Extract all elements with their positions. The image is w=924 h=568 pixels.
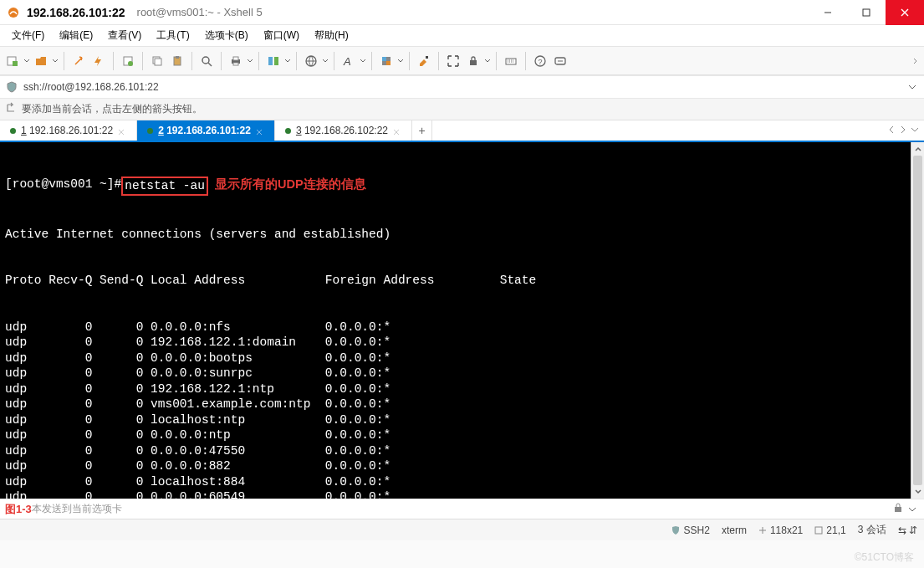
terminal-line: udp 0 0 localhost:884 0.0.0.0:* — [5, 474, 906, 490]
quick-connect-icon[interactable] — [89, 52, 108, 70]
tab-prev-icon[interactable] — [887, 125, 896, 136]
ssh-shield-icon — [5, 80, 18, 94]
menu-view[interactable]: 查看(V) — [101, 26, 148, 45]
dropdown-arrow-icon[interactable] — [284, 59, 291, 64]
session-tab[interactable]: 3 192.168.26.102:22 — [275, 120, 412, 141]
pos-icon — [814, 526, 823, 535]
color-scheme-icon[interactable] — [377, 52, 396, 70]
scroll-track[interactable] — [911, 156, 924, 485]
svg-rect-12 — [233, 57, 238, 60]
tab-menu-icon[interactable] — [911, 125, 919, 136]
svg-rect-14 — [268, 57, 273, 65]
terminal-line: udp 0 0 localhost:ntp 0.0.0.0:* — [5, 412, 906, 428]
help-icon[interactable]: ? — [531, 52, 549, 70]
size-icon — [758, 526, 767, 535]
tab-nav — [882, 120, 924, 141]
tab-next-icon[interactable] — [899, 125, 907, 136]
menu-bar: 文件(F) 编辑(E) 查看(V) 工具(T) 选项卡(B) 窗口(W) 帮助(… — [0, 25, 924, 47]
transfer-icon[interactable] — [264, 52, 283, 70]
menu-help[interactable]: 帮助(H) — [308, 26, 355, 45]
menu-file[interactable]: 文件(F) — [5, 26, 51, 45]
menu-tabs[interactable]: 选项卡(B) — [198, 26, 255, 45]
svg-rect-20 — [386, 61, 391, 65]
svg-rect-1 — [863, 9, 870, 16]
watermark: ©51CTO博客 — [855, 550, 914, 565]
terminal-line: udp 0 0 0.0.0.0:60549 0.0.0.0:* — [5, 489, 906, 499]
address-dropdown-icon[interactable] — [906, 84, 919, 90]
properties-icon[interactable] — [119, 52, 137, 70]
tab-add-button[interactable]: + — [412, 120, 432, 141]
dropdown-arrow-icon[interactable] — [247, 59, 253, 64]
open-session-icon[interactable] — [32, 52, 50, 70]
menu-window[interactable]: 窗口(W) — [257, 26, 306, 45]
fullscreen-icon[interactable] — [444, 52, 462, 70]
dropdown-arrow-icon[interactable] — [484, 59, 491, 64]
send-lock-icon[interactable] — [892, 502, 904, 516]
maximize-button[interactable] — [847, 0, 886, 25]
minimize-button[interactable] — [809, 0, 847, 25]
toolbar-separator — [438, 52, 439, 70]
toolbar-separator — [258, 52, 259, 70]
terminal-line: udp 0 0 vms001.example.com:ntp 0.0.0.0:* — [5, 397, 906, 412]
new-session-icon[interactable] — [3, 52, 22, 70]
svg-rect-19 — [382, 57, 386, 61]
hint-bar: 要添加当前会话，点击左侧的箭头按钮。 — [0, 99, 924, 120]
toolbar: A ? — [0, 47, 924, 75]
title-bar: 192.168.26.101:22 root@vms001:~ - Xshell… — [0, 0, 924, 25]
font-icon[interactable]: A — [339, 52, 358, 70]
highlight-icon[interactable] — [415, 52, 433, 70]
send-placeholder[interactable]: 本发送到当前选项卡 — [32, 502, 122, 516]
toolbar-separator — [221, 52, 222, 70]
dropdown-arrow-icon[interactable] — [397, 59, 404, 64]
send-dropdown-icon[interactable] — [909, 504, 919, 515]
toolbar-separator — [334, 52, 334, 70]
paste-icon[interactable] — [168, 52, 186, 70]
svg-rect-22 — [470, 60, 477, 65]
status-ssh: SSH2 — [671, 525, 710, 536]
scroll-up-icon[interactable] — [911, 142, 924, 156]
address-input[interactable] — [23, 81, 901, 93]
svg-rect-27 — [895, 507, 901, 512]
scroll-thumb[interactable] — [913, 156, 922, 485]
scroll-down-icon[interactable] — [911, 485, 924, 499]
menu-edit[interactable]: 编辑(E) — [53, 26, 100, 45]
session-tab[interactable]: 1 192.168.26.101:22 — [0, 120, 137, 141]
toolbar-overflow-icon[interactable] — [912, 56, 921, 66]
find-icon[interactable] — [197, 52, 216, 70]
compose-bar-icon[interactable] — [551, 52, 569, 70]
address-bar — [0, 75, 924, 99]
dropdown-arrow-icon[interactable] — [322, 59, 329, 64]
menu-tools[interactable]: 工具(T) — [150, 26, 196, 45]
keyboard-icon[interactable] — [502, 52, 520, 70]
terminal-line: udp 0 0 0.0.0.0:nfs 0.0.0.0:* — [5, 320, 906, 335]
svg-point-0 — [8, 8, 18, 18]
copy-icon[interactable] — [148, 52, 166, 70]
terminal[interactable]: [root@vms001 ~]# netstat -au显示所有的UDP连接的信… — [0, 142, 911, 499]
lock-icon[interactable] — [464, 52, 482, 70]
session-tab[interactable]: 2 192.168.26.101:22 — [137, 120, 275, 141]
dropdown-arrow-icon[interactable] — [52, 59, 59, 64]
print-icon[interactable] — [227, 52, 245, 70]
tab-label: 3 192.168.26.102:22 — [296, 125, 388, 136]
terminal-line: udp 0 0 0.0.0.0:bootps 0.0.0.0:* — [5, 351, 906, 366]
tab-close-icon[interactable] — [256, 126, 264, 135]
send-bar: 图1-3 本发送到当前选项卡 — [0, 499, 924, 519]
status-extra: ⇆ ⇵ — [898, 525, 917, 536]
status-sessions: 3 会话 — [858, 523, 886, 537]
status-dot-icon — [285, 128, 291, 134]
svg-point-5 — [128, 61, 133, 66]
svg-text:?: ? — [539, 58, 543, 66]
dropdown-arrow-icon[interactable] — [360, 59, 366, 64]
tab-close-icon[interactable] — [393, 126, 401, 135]
toolbar-separator — [409, 52, 410, 70]
terminal-prompt: [root@vms001 ~]# — [5, 177, 121, 196]
title-rest: root@vms001:~ - Xshell 5 — [137, 6, 263, 18]
tab-close-icon[interactable] — [118, 126, 126, 135]
reconnect-icon[interactable] — [69, 52, 88, 70]
app-icon — [7, 6, 20, 19]
dropdown-arrow-icon[interactable] — [23, 59, 30, 64]
close-button[interactable] — [886, 0, 924, 25]
terminal-scrollbar[interactable] — [911, 142, 924, 499]
arrow-hint-icon[interactable] — [5, 102, 17, 116]
encoding-icon[interactable] — [302, 52, 320, 70]
